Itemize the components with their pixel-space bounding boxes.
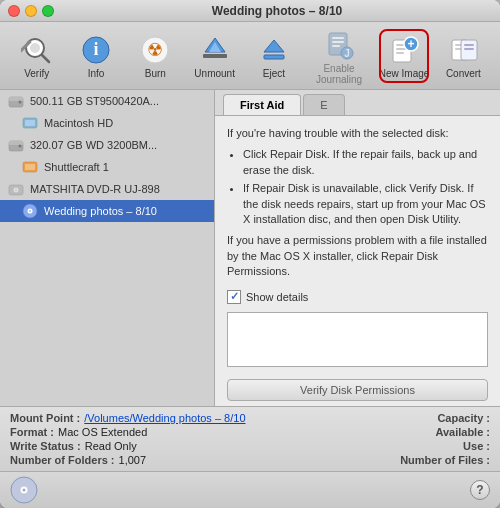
journaling-label: Enable Journaling — [307, 63, 372, 85]
svg-point-38 — [19, 145, 22, 148]
files-label: Number of Files : — [400, 454, 490, 466]
svg-rect-22 — [396, 52, 404, 54]
convert-label: Convert — [446, 68, 481, 79]
panel-description: If you're having trouble with the select… — [227, 126, 488, 141]
help-button[interactable]: ? — [470, 480, 490, 500]
new-image-button[interactable]: + New Image — [375, 27, 432, 85]
show-details-label: Show details — [246, 291, 308, 303]
eject-icon — [258, 34, 290, 66]
info-button[interactable]: i Info — [67, 27, 124, 85]
used-row: Use : — [250, 440, 490, 452]
eject-label: Eject — [263, 68, 285, 79]
burn-label: Burn — [145, 68, 166, 79]
burn-icon: ☢ — [139, 34, 171, 66]
svg-rect-12 — [264, 55, 284, 59]
panel-buttons: Verify Disk Permissions Repair Disk Perm… — [227, 379, 488, 406]
available-label: Available : — [435, 426, 490, 438]
details-textarea[interactable] — [227, 312, 488, 367]
svg-point-2 — [30, 43, 40, 53]
enable-journaling-button[interactable]: J Enable Journaling — [305, 27, 374, 85]
shuttlecraft-label: Shuttlecraft 1 — [44, 161, 109, 173]
tab-erase[interactable]: E — [303, 94, 344, 115]
unmount-label: Unmount — [194, 68, 235, 79]
svg-rect-8 — [203, 54, 227, 58]
new-image-icon: + — [388, 34, 420, 66]
volume-icon — [22, 115, 38, 131]
mount-point-row: Mount Point : /Volumes/Wedding photos – … — [10, 412, 250, 424]
sidebar-item-dvd[interactable]: MATSHITA DVD-R UJ-898 — [0, 178, 214, 200]
used-label: Use : — [463, 440, 490, 452]
tabs: First Aid E — [215, 90, 500, 116]
sidebar-item-macintosh-hd[interactable]: Macintosh HD — [0, 112, 214, 134]
folders-row: Number of Folders : 1,007 — [10, 454, 250, 466]
disk2-label: 320.07 GB WD 3200BM... — [30, 139, 157, 151]
close-button[interactable] — [8, 5, 20, 17]
panel-content: If you're having trouble with the select… — [215, 116, 500, 406]
sidebar-item-wedding[interactable]: Wedding photos – 8/10 — [0, 200, 214, 222]
window-title: Wedding photos – 8/10 — [62, 4, 492, 18]
folders-value: 1,007 — [119, 454, 147, 466]
capacity-label: Capacity : — [437, 412, 490, 424]
capacity-row: Capacity : — [250, 412, 490, 424]
svg-marker-11 — [264, 40, 284, 52]
toolbar: Verify i Info ☢ Burn — [0, 22, 500, 90]
eject-button[interactable]: Eject — [245, 27, 302, 85]
svg-text:+: + — [408, 37, 415, 51]
wedding-label: Wedding photos – 8/10 — [44, 205, 157, 217]
maximize-button[interactable] — [42, 5, 54, 17]
traffic-lights — [8, 5, 54, 17]
svg-rect-35 — [25, 120, 35, 126]
bottom-bar: ? — [0, 471, 500, 508]
tab-first-aid[interactable]: First Aid — [223, 94, 301, 115]
disk-blue-icon — [22, 203, 38, 219]
verify-button[interactable]: Verify — [8, 27, 65, 85]
panel-bullets: Click Repair Disk. If the repair fails, … — [243, 147, 488, 227]
journaling-icon: J — [323, 29, 355, 61]
unmount-button[interactable]: Unmount — [186, 27, 243, 85]
disk1-label: 500.11 GB ST9500420A... — [30, 95, 159, 107]
format-row: Format : Mac OS Extended — [10, 426, 250, 438]
svg-rect-15 — [332, 41, 344, 43]
checkmark-icon: ✓ — [230, 290, 239, 303]
macintosh-hd-label: Macintosh HD — [44, 117, 113, 129]
svg-rect-37 — [9, 141, 23, 145]
mount-point-value[interactable]: /Volumes/Wedding photos – 8/10 — [84, 412, 245, 424]
sidebar-item-disk2[interactable]: 320.07 GB WD 3200BM... — [0, 134, 214, 156]
hd2-icon — [8, 137, 24, 153]
statusbar: Mount Point : /Volumes/Wedding photos – … — [0, 406, 500, 471]
files-row: Number of Files : — [250, 454, 490, 466]
convert-button[interactable]: Convert — [435, 27, 492, 85]
svg-line-1 — [42, 55, 49, 62]
dvd-icon — [8, 181, 24, 197]
volume-orange-icon — [22, 159, 38, 175]
disk-small-icon — [10, 476, 38, 504]
sidebar-item-shuttlecraft[interactable]: Shuttlecraft 1 — [0, 156, 214, 178]
verify-label: Verify — [24, 68, 49, 79]
svg-rect-40 — [25, 164, 35, 170]
sidebar-item-disk1[interactable]: 500.11 GB ST9500420A... — [0, 90, 214, 112]
mount-point-label: Mount Point : — [10, 412, 80, 424]
svg-rect-16 — [332, 45, 340, 47]
svg-text:☢: ☢ — [147, 40, 163, 60]
hd-icon — [8, 93, 24, 109]
main-content: 500.11 GB ST9500420A... Macintosh HD — [0, 90, 500, 406]
titlebar: Wedding photos – 8/10 — [0, 0, 500, 22]
bullet-2: If Repair Disk is unavailable, click Ver… — [243, 181, 488, 227]
available-row: Available : — [250, 426, 490, 438]
new-image-label: New Image — [379, 68, 430, 79]
status-right: Capacity : Available : Use : Number of F… — [250, 412, 490, 466]
svg-text:i: i — [93, 39, 98, 59]
show-details-checkbox[interactable]: ✓ — [227, 290, 241, 304]
right-panel: First Aid E If you're having trouble wit… — [215, 90, 500, 406]
svg-rect-29 — [464, 44, 474, 46]
unmount-icon — [199, 34, 231, 66]
svg-point-43 — [15, 189, 17, 191]
write-status-value: Read Only — [85, 440, 137, 452]
format-label: Format : — [10, 426, 54, 438]
svg-point-46 — [29, 210, 31, 212]
svg-point-33 — [19, 101, 22, 104]
verify-icon — [21, 34, 53, 66]
minimize-button[interactable] — [25, 5, 37, 17]
burn-button[interactable]: ☢ Burn — [127, 27, 184, 85]
verify-permissions-button[interactable]: Verify Disk Permissions — [227, 379, 488, 401]
